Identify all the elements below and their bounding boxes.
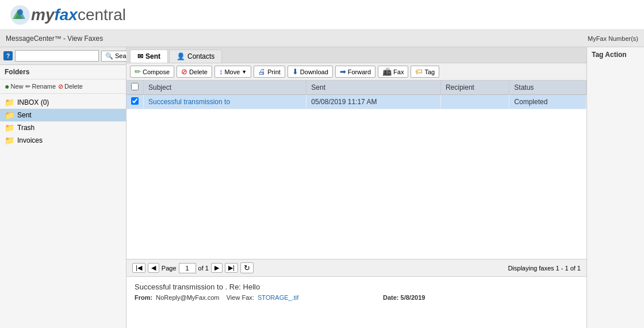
prev-page-button[interactable]: ◀ bbox=[148, 263, 159, 273]
row-subject-cell: Successful transmission to bbox=[144, 95, 306, 109]
refresh-button[interactable]: ↻ bbox=[240, 262, 254, 273]
folder-icon-trash: 📁 bbox=[5, 123, 14, 132]
header-recipient: Recipient bbox=[440, 81, 509, 95]
tag-icon: 🏷 bbox=[415, 67, 423, 76]
print-button[interactable]: 🖨 Print bbox=[254, 66, 285, 78]
main-container: MessageCenter™ - View Faxes MyFax Number… bbox=[0, 30, 644, 328]
content-area: ? 🔍 Search Faxes Folders ● New ✏ Rename bbox=[0, 47, 644, 328]
folders-header: Folders bbox=[0, 65, 126, 79]
move-dropdown-arrow: ▼ bbox=[241, 69, 247, 75]
svg-point-3 bbox=[17, 9, 23, 15]
fax-list-table: Subject Sent Recipient Status Successful… bbox=[126, 81, 586, 109]
table-row[interactable]: Successful transmission to 05/08/2019 11… bbox=[126, 95, 586, 109]
move-button[interactable]: ↕ Move ▼ bbox=[214, 66, 251, 78]
row-status-cell: Completed bbox=[509, 95, 586, 109]
search-input[interactable] bbox=[15, 50, 99, 62]
preview-date: Date: 5/8/2019 bbox=[383, 294, 425, 301]
delete-folder-button[interactable]: ⊘ Delete bbox=[58, 83, 83, 90]
new-folder-button[interactable]: ● New bbox=[5, 82, 23, 91]
sidebar: ? 🔍 Search Faxes Folders ● New ✏ Rename bbox=[0, 47, 126, 328]
logo: myfaxcentral bbox=[31, 6, 126, 24]
contacts-tab-label: Contacts bbox=[187, 52, 214, 60]
folder-item-trash[interactable]: 📁 Trash bbox=[0, 121, 126, 134]
delete-icon: ⊘ bbox=[181, 67, 187, 76]
print-icon: 🖨 bbox=[258, 67, 266, 76]
rename-icon: ✏ bbox=[25, 83, 30, 90]
tab-sent[interactable]: ✉ Sent bbox=[130, 49, 168, 63]
compose-button[interactable]: ✏ Compose bbox=[130, 66, 174, 78]
compose-icon: ✏ bbox=[135, 67, 141, 76]
folder-item-inbox[interactable]: 📁 INBOX (0) bbox=[0, 96, 126, 109]
pagination-controls: |◀ ◀ Page of 1 ▶ ▶| ↻ bbox=[132, 262, 254, 273]
sent-tab-label: Sent bbox=[145, 52, 160, 60]
header-subject: Subject bbox=[144, 81, 306, 95]
view-fax-link[interactable]: STORAGE_.tif bbox=[258, 294, 300, 301]
fax-button[interactable]: 📠 Fax bbox=[378, 66, 408, 78]
header-status: Status bbox=[509, 81, 586, 95]
forward-button[interactable]: ➡ Forward bbox=[335, 66, 375, 78]
folder-icon-invoices: 📁 bbox=[5, 136, 14, 145]
rename-folder-button[interactable]: ✏ Rename bbox=[25, 83, 56, 90]
new-folder-icon: ● bbox=[5, 82, 9, 91]
logo-icon bbox=[9, 4, 31, 26]
preview-subject: Successful transmission to . Re: Hello bbox=[135, 283, 578, 291]
folder-label-trash: Trash bbox=[17, 124, 34, 132]
contacts-tab-icon: 👤 bbox=[177, 52, 185, 60]
delete-icon: ⊘ bbox=[58, 83, 63, 90]
first-page-button[interactable]: |◀ bbox=[132, 263, 145, 273]
download-icon: ⬇ bbox=[292, 67, 298, 76]
tab-contacts[interactable]: 👤 Contacts bbox=[169, 49, 222, 63]
page-of-label: of 1 bbox=[198, 265, 209, 272]
move-icon: ↕ bbox=[219, 67, 223, 76]
folder-label-sent: Sent bbox=[17, 111, 32, 119]
preview-from-line: From: NoReply@MyFax.com View Fax: STORAG… bbox=[135, 294, 578, 301]
folder-label-invoices: Invoices bbox=[17, 136, 43, 144]
toolbar: ✏ Compose ⊘ Delete ↕ Move ▼ 🖨 Print ⬇ bbox=[126, 63, 586, 81]
help-icon[interactable]: ? bbox=[3, 51, 13, 60]
tag-button[interactable]: 🏷 Tag bbox=[411, 66, 439, 78]
search-icon: 🔍 bbox=[105, 52, 113, 60]
myfax-number-label: MyFax Number(s) bbox=[588, 35, 638, 42]
header-checkbox bbox=[126, 81, 144, 95]
right-panel: Tag Action bbox=[586, 47, 644, 328]
main-content: ✉ Sent 👤 Contacts ✏ Compose ⊘ Delete bbox=[126, 47, 586, 328]
last-page-button[interactable]: ▶| bbox=[225, 263, 238, 273]
header-sent: Sent bbox=[306, 81, 441, 95]
folder-actions: ● New ✏ Rename ⊘ Delete bbox=[0, 79, 126, 94]
folder-item-sent[interactable]: 📁 Sent bbox=[0, 109, 126, 121]
pagination-bar: |◀ ◀ Page of 1 ▶ ▶| ↻ Displaying faxes 1… bbox=[126, 259, 586, 276]
displaying-count: Displaying faxes 1 - 1 of 1 bbox=[508, 265, 581, 272]
folder-list: 📁 INBOX (0) 📁 Sent 📁 Trash 📁 Invoices bbox=[0, 94, 126, 149]
fax-icon: 📠 bbox=[382, 67, 392, 76]
row-checkbox-cell bbox=[126, 95, 144, 109]
select-all-checkbox[interactable] bbox=[131, 83, 139, 90]
table-header-row: Subject Sent Recipient Status bbox=[126, 81, 586, 95]
delete-button[interactable]: ⊘ Delete bbox=[177, 66, 212, 78]
search-bar: ? 🔍 Search Faxes bbox=[0, 47, 126, 65]
folder-icon-inbox: 📁 bbox=[5, 98, 14, 107]
fax-table: Subject Sent Recipient Status Successful… bbox=[126, 81, 586, 259]
page-label: Page bbox=[162, 265, 177, 272]
header: myfaxcentral bbox=[0, 0, 644, 30]
preview-pane: Successful transmission to . Re: Hello F… bbox=[126, 276, 586, 328]
folder-icon-sent: 📁 bbox=[5, 110, 14, 120]
tag-action-title: Tag Action bbox=[592, 51, 639, 59]
download-button[interactable]: ⬇ Download bbox=[288, 66, 333, 78]
top-bar: MessageCenter™ - View Faxes MyFax Number… bbox=[0, 30, 644, 47]
sent-tab-icon: ✉ bbox=[137, 52, 143, 60]
folder-label-inbox: INBOX (0) bbox=[17, 98, 49, 106]
page-number-input[interactable] bbox=[179, 263, 196, 273]
row-sent-cell: 05/08/2019 11:17 AM bbox=[306, 95, 441, 109]
row-recipient-cell bbox=[440, 95, 509, 109]
tabs-bar: ✉ Sent 👤 Contacts bbox=[126, 47, 586, 63]
folder-item-invoices[interactable]: 📁 Invoices bbox=[0, 134, 126, 147]
forward-icon: ➡ bbox=[340, 67, 346, 76]
row-checkbox[interactable] bbox=[131, 97, 139, 105]
page-title: MessageCenter™ - View Faxes bbox=[6, 35, 103, 43]
row-subject-link[interactable]: Successful transmission to bbox=[148, 98, 230, 106]
next-page-button[interactable]: ▶ bbox=[211, 263, 223, 273]
